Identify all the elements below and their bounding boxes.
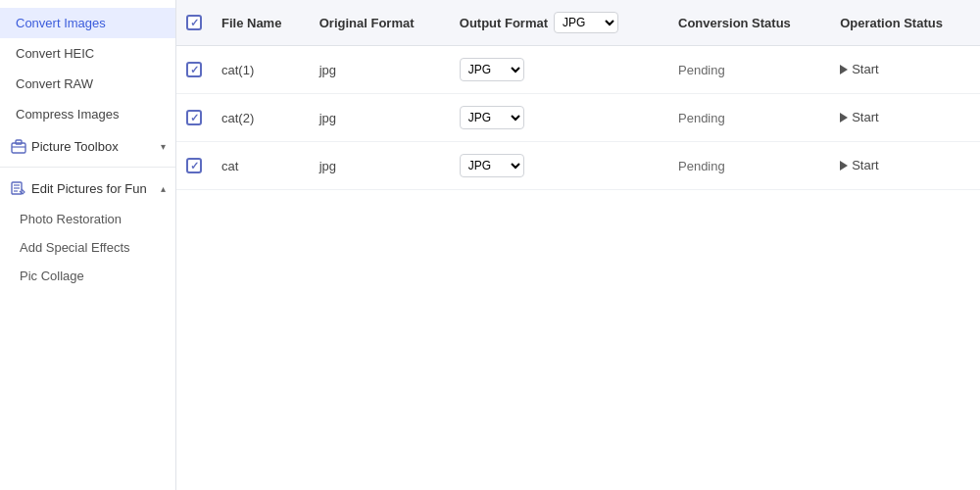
- row-checkbox-cell-2: [176, 142, 212, 190]
- row-output-format-0: JPGPNGBMPGIFTIFFWEBP: [450, 46, 668, 94]
- table-row: catjpgJPGPNGBMPGIFTIFFWEBPPendingStart: [176, 142, 980, 190]
- row-format-select-0[interactable]: JPGPNGBMPGIFTIFFWEBP: [460, 58, 524, 81]
- row-checkbox-1[interactable]: [186, 110, 202, 125]
- sidebar-item-pic-collage[interactable]: Pic Collage: [0, 262, 175, 290]
- file-table: File Name Original Format Output Format …: [176, 0, 980, 190]
- row-format-select-2[interactable]: JPGPNGBMPGIFTIFFWEBP: [460, 154, 524, 177]
- row-checkbox-2[interactable]: [186, 158, 202, 173]
- start-label-1: Start: [852, 110, 878, 124]
- toolbox-icon: [10, 137, 27, 155]
- row-original-format-0: jpg: [310, 46, 450, 94]
- main-content: File Name Original Format Output Format …: [176, 0, 980, 490]
- play-icon-1: [840, 113, 848, 122]
- row-format-select-1[interactable]: JPGPNGBMPGIFTIFFWEBP: [460, 106, 524, 129]
- svg-rect-1: [16, 140, 22, 144]
- sidebar-item-convert-heic[interactable]: Convert HEIC: [0, 38, 175, 69]
- play-icon-2: [840, 161, 848, 171]
- edit-icon: [10, 179, 27, 197]
- start-label-0: Start: [852, 62, 878, 76]
- row-operation-status-1: Start: [830, 94, 980, 142]
- row-checkbox-cell-1: [176, 94, 212, 142]
- sidebar-item-compress-images[interactable]: Compress Images: [0, 99, 175, 129]
- row-conversion-status-2: Pending: [668, 142, 830, 190]
- row-original-format-1: jpg: [310, 94, 450, 142]
- output-format-header-select[interactable]: JPG PNG BMP GIF TIFF WEBP: [554, 12, 618, 33]
- output-format-header: Output Format JPG PNG BMP GIF TIFF WEBP: [450, 0, 668, 46]
- row-operation-status-2: Start: [830, 142, 980, 190]
- play-icon-0: [840, 65, 848, 74]
- row-operation-status-0: Start: [830, 46, 980, 94]
- row-checkbox-0[interactable]: [186, 62, 202, 77]
- sidebar-divider: [0, 167, 175, 168]
- row-filename-2: cat: [212, 142, 310, 190]
- original-format-header: Original Format: [310, 0, 450, 46]
- row-conversion-status-1: Pending: [668, 94, 830, 142]
- select-all-checkbox[interactable]: [186, 15, 202, 30]
- row-conversion-status-0: Pending: [668, 46, 830, 94]
- row-start-button-1[interactable]: Start: [840, 110, 878, 124]
- sidebar-section-picture-toolbox[interactable]: Picture Toolbox ▾: [0, 129, 175, 163]
- operation-status-header: Operation Status: [830, 0, 980, 46]
- file-table-container: File Name Original Format Output Format …: [176, 0, 980, 190]
- row-checkbox-cell-0: [176, 46, 212, 94]
- sidebar-item-photo-restoration[interactable]: Photo Restoration: [0, 205, 175, 233]
- start-label-2: Start: [852, 158, 878, 172]
- sidebar-section-label-edit-pictures: Edit Pictures for Fun: [31, 181, 157, 196]
- sidebar-section-label-picture-toolbox: Picture Toolbox: [31, 139, 157, 154]
- sidebar-item-convert-images[interactable]: Convert Images: [0, 8, 175, 38]
- sidebar-item-add-special-effects[interactable]: Add Special Effects: [0, 233, 175, 262]
- table-row: cat(2)jpgJPGPNGBMPGIFTIFFWEBPPendingStar…: [176, 94, 980, 142]
- conversion-status-header: Conversion Status: [668, 0, 830, 46]
- sidebar-item-convert-raw[interactable]: Convert RAW: [0, 69, 175, 99]
- row-original-format-2: jpg: [310, 142, 450, 190]
- sidebar-section-edit-pictures[interactable]: Edit Pictures for Fun ▴: [0, 172, 175, 205]
- file-name-header: File Name: [212, 0, 310, 46]
- table-row: cat(1)jpgJPGPNGBMPGIFTIFFWEBPPendingStar…: [176, 46, 980, 94]
- row-start-button-0[interactable]: Start: [840, 62, 878, 76]
- row-filename-1: cat(2): [212, 94, 310, 142]
- row-output-format-2: JPGPNGBMPGIFTIFFWEBP: [450, 142, 668, 190]
- row-output-format-1: JPGPNGBMPGIFTIFFWEBP: [450, 94, 668, 142]
- select-all-header: [176, 0, 212, 46]
- row-filename-0: cat(1): [212, 46, 310, 94]
- chevron-down-icon: ▾: [161, 141, 166, 152]
- sidebar: Convert Images Convert HEIC Convert RAW …: [0, 0, 176, 490]
- row-start-button-2[interactable]: Start: [840, 158, 878, 172]
- chevron-up-icon: ▴: [161, 183, 166, 194]
